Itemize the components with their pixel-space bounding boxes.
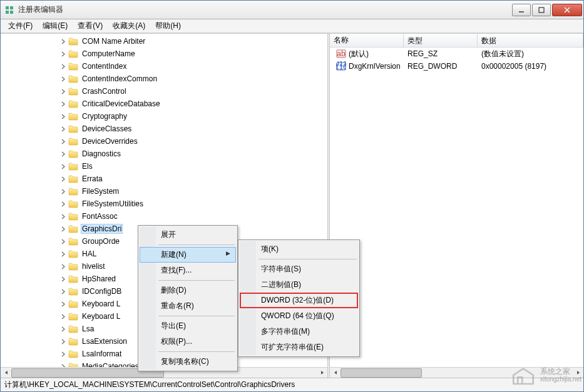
tree-expander-icon[interactable] xyxy=(59,300,67,308)
value-type: REG_SZ xyxy=(404,48,478,59)
list-scroll-track[interactable] xyxy=(341,368,573,378)
context-menu-item[interactable]: 删除(D) xyxy=(140,283,236,298)
context-menu-item[interactable]: 字符串值(S) xyxy=(240,261,358,277)
tree-node[interactable]: Els xyxy=(3,160,327,173)
context-menu-item[interactable]: DWORD (32-位)值(D) xyxy=(240,293,358,308)
context-menu-item[interactable]: 多字符串值(M) xyxy=(240,324,358,339)
tree-expander-icon[interactable] xyxy=(59,175,67,183)
svg-text:ab: ab xyxy=(337,49,346,58)
tree-expander-icon[interactable] xyxy=(59,238,67,245)
tree-label: FontAssoc xyxy=(81,211,119,221)
value-icon: ab xyxy=(336,49,346,59)
tree-expander-icon[interactable] xyxy=(59,63,67,70)
tree-label: ContentIndex xyxy=(81,61,128,71)
tree-node[interactable]: CriticalDeviceDatabase xyxy=(3,98,327,110)
list-row[interactable]: 011110DxgKrnlVersionREG_DWORD0x00002005 … xyxy=(330,60,583,73)
menu-separator xyxy=(158,351,235,352)
menu-edit[interactable]: 编辑(E) xyxy=(38,19,73,33)
context-menu-item[interactable]: 重命名(R) xyxy=(140,298,236,314)
tree-node[interactable]: DeviceOverrides xyxy=(3,135,327,148)
statusbar: 计算机\HKEY_LOCAL_MACHINE\SYSTEM\CurrentCon… xyxy=(1,378,583,391)
menu-help[interactable]: 帮助(H) xyxy=(150,19,186,33)
tree-expander-icon[interactable] xyxy=(59,213,67,220)
tree-expander-icon[interactable] xyxy=(59,75,67,83)
tree-expander-icon[interactable] xyxy=(59,150,67,158)
tree-node[interactable]: ContentIndex xyxy=(3,60,327,73)
context-menu-key: 展开新建(N)查找(F)...删除(D)重命名(R)导出(E)权限(P)...复… xyxy=(138,225,238,371)
tree-label: DeviceOverrides xyxy=(81,136,139,146)
tree-expander-icon[interactable] xyxy=(59,188,67,195)
tree-label: FileSystemUtilities xyxy=(81,199,145,209)
list-scroll-left[interactable] xyxy=(330,368,341,378)
tree-node[interactable]: ComputerName xyxy=(3,48,327,60)
tree-node[interactable]: FileSystem xyxy=(3,185,327,198)
context-menu-item[interactable]: 查找(F)... xyxy=(140,263,236,278)
value-data: (数值未设置) xyxy=(478,48,583,61)
list-row[interactable]: ab(默认)REG_SZ(数值未设置) xyxy=(330,48,583,60)
context-menu-item[interactable]: 二进制值(B) xyxy=(240,277,358,293)
tree-expander-icon[interactable] xyxy=(59,50,67,58)
menu-view[interactable]: 查看(V) xyxy=(73,19,108,33)
tree-expander-icon[interactable] xyxy=(59,88,67,95)
tree-expander-icon[interactable] xyxy=(59,250,67,258)
tree-expander-icon[interactable] xyxy=(59,288,67,295)
tree-expander-icon[interactable] xyxy=(59,125,67,133)
value-name: (默认) xyxy=(349,49,369,59)
col-header-name[interactable]: 名称 xyxy=(330,34,404,47)
tree-expander-icon[interactable] xyxy=(59,313,67,320)
minimize-button[interactable] xyxy=(512,4,531,16)
context-menu-item[interactable]: 项(K) xyxy=(240,241,358,257)
tree-label: Cryptography xyxy=(81,111,128,121)
context-menu-item[interactable]: 可扩充字符串值(E) xyxy=(240,339,358,355)
tree-expander-icon[interactable] xyxy=(59,225,67,233)
list-body[interactable]: ab(默认)REG_SZ(数值未设置)011110DxgKrnlVersionR… xyxy=(330,48,583,378)
context-menu-item[interactable]: 权限(P)... xyxy=(140,334,236,349)
tree-expander-icon[interactable] xyxy=(59,113,67,120)
tree-scroll-left[interactable] xyxy=(1,368,11,378)
tree-expander-icon[interactable] xyxy=(59,338,67,345)
tree-label: GraphicsDri xyxy=(81,224,123,234)
tree-node[interactable]: COM Name Arbiter xyxy=(3,35,327,48)
tree-expander-icon[interactable] xyxy=(59,100,67,108)
tree-label: HAL xyxy=(81,249,98,259)
tree-expander-icon[interactable] xyxy=(59,325,67,333)
list-hscrollbar[interactable] xyxy=(330,367,583,378)
tree-expander-icon[interactable] xyxy=(59,200,67,208)
col-header-type[interactable]: 类型 xyxy=(404,34,478,47)
tree-label: HpShared xyxy=(81,274,117,284)
col-header-data[interactable]: 数据 xyxy=(478,34,583,47)
context-menu-item[interactable]: 新建(N) xyxy=(140,247,236,263)
context-menu-item[interactable]: QWORD (64 位)值(Q) xyxy=(240,308,358,324)
tree-node[interactable]: DeviceClasses xyxy=(3,123,327,135)
list-header: 名称 类型 数据 xyxy=(330,34,583,48)
tree-label: IDConfigDB xyxy=(81,286,123,296)
context-menu-item[interactable]: 展开 xyxy=(140,227,236,243)
tree-expander-icon[interactable] xyxy=(59,163,67,170)
tree-expander-icon[interactable] xyxy=(59,350,67,358)
tree-node[interactable]: Diagnostics xyxy=(3,148,327,160)
tree-label: Lsa xyxy=(81,324,95,334)
tree-node[interactable]: CrashControl xyxy=(3,85,327,98)
tree-scroll-right[interactable] xyxy=(317,368,327,378)
menu-file[interactable]: 文件(F) xyxy=(3,19,38,33)
tree-node[interactable]: ContentIndexCommon xyxy=(3,73,327,85)
value-name: DxgKrnlVersion xyxy=(349,62,401,71)
tree-expander-icon[interactable] xyxy=(59,263,67,270)
tree-node[interactable]: FileSystemUtilities xyxy=(3,198,327,210)
context-menu-new: 项(K)字符串值(S)二进制值(B)DWORD (32-位)值(D)QWORD … xyxy=(238,239,360,357)
tree-label: CriticalDeviceDatabase xyxy=(81,99,161,109)
tree-node[interactable]: Cryptography xyxy=(3,110,327,123)
menu-favorites[interactable]: 收藏夹(A) xyxy=(108,19,150,33)
tree-expander-icon[interactable] xyxy=(59,38,67,45)
list-scroll-thumb[interactable] xyxy=(341,368,422,378)
tree-expander-icon[interactable] xyxy=(59,138,67,145)
tree-expander-icon[interactable] xyxy=(59,275,67,283)
tree-node[interactable]: Errata xyxy=(3,173,327,185)
svg-rect-3 xyxy=(10,11,13,14)
close-button[interactable] xyxy=(552,4,582,16)
maximize-button[interactable] xyxy=(532,4,551,16)
context-menu-item[interactable]: 导出(E) xyxy=(140,318,236,334)
tree-node[interactable]: FontAssoc xyxy=(3,210,327,223)
list-scroll-right[interactable] xyxy=(573,368,583,378)
context-menu-item[interactable]: 复制项名称(C) xyxy=(140,354,236,369)
